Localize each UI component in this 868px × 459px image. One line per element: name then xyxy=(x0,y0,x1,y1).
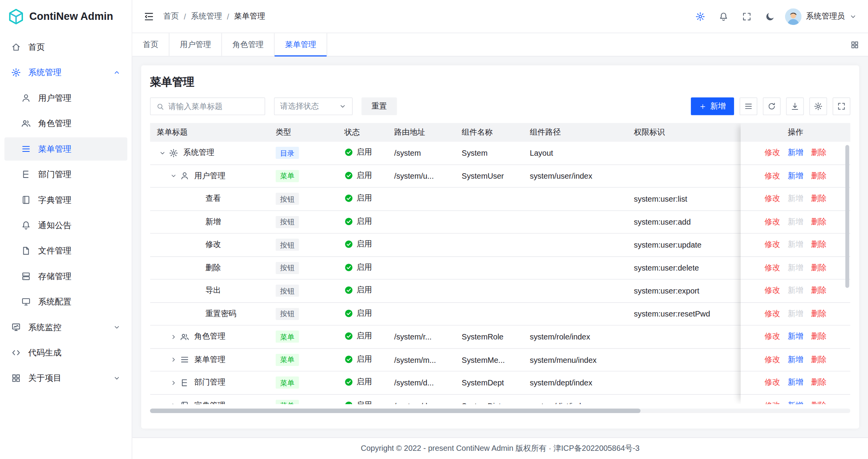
export-button[interactable] xyxy=(786,97,804,115)
chevron-down-icon xyxy=(849,12,857,20)
breadcrumb-item[interactable]: 系统管理 xyxy=(191,11,222,21)
sidebar-item-system-monitor[interactable]: 系统监控 xyxy=(4,316,127,339)
edit-link[interactable]: 修改 xyxy=(764,355,780,365)
menu-title-cell: 删除 xyxy=(150,263,269,273)
caret-spacer xyxy=(181,218,191,226)
vertical-scrollbar[interactable] xyxy=(845,145,849,288)
search-input[interactable] xyxy=(168,102,259,111)
sidebar-item-menu-management[interactable]: 菜单管理 xyxy=(4,137,127,161)
dark-mode-button[interactable] xyxy=(761,7,779,26)
fullscreen-icon xyxy=(742,11,752,21)
table-cell: 按钮 xyxy=(269,285,338,297)
edit-link[interactable]: 修改 xyxy=(764,148,780,158)
expand-row-icon[interactable] xyxy=(170,402,180,404)
delete-link[interactable]: 删除 xyxy=(811,263,827,273)
status-select[interactable]: 请选择状态 xyxy=(274,97,353,115)
edit-link[interactable]: 修改 xyxy=(764,217,780,227)
add-link[interactable]: 新增 xyxy=(788,355,803,365)
edit-link[interactable]: 修改 xyxy=(764,309,780,319)
edit-link[interactable]: 修改 xyxy=(764,263,780,273)
theme-settings-button[interactable] xyxy=(691,7,710,26)
delete-link[interactable]: 删除 xyxy=(811,194,827,204)
tab-list-button[interactable] xyxy=(850,40,859,49)
table-row-actions: 修改新增删除 xyxy=(741,257,850,280)
tab-label: 首页 xyxy=(143,40,158,50)
delete-link[interactable]: 删除 xyxy=(811,217,827,227)
sidebar-item-notice-management[interactable]: 通知公告 xyxy=(4,214,127,237)
add-button[interactable]: 新增 xyxy=(691,97,734,115)
edit-link[interactable]: 修改 xyxy=(764,240,780,250)
status-label: 启用 xyxy=(357,239,372,250)
sidebar-item-code-generation[interactable]: 代码生成 xyxy=(4,341,127,364)
edit-link[interactable]: 修改 xyxy=(764,286,780,296)
status-label: 启用 xyxy=(357,354,372,364)
table-row-actions: 修改新增删除 xyxy=(741,325,850,348)
check-circle-icon xyxy=(344,263,353,272)
type-badge: 按钮 xyxy=(276,308,299,320)
add-link: 新增 xyxy=(788,194,803,204)
column-header: 类型 xyxy=(269,127,338,137)
reset-button[interactable]: 重置 xyxy=(361,97,397,115)
delete-link[interactable]: 删除 xyxy=(811,401,827,404)
app-title: ContiNew Admin xyxy=(29,11,113,23)
delete-link[interactable]: 删除 xyxy=(811,332,827,342)
delete-link[interactable]: 删除 xyxy=(811,286,827,296)
table-cell: 启用 xyxy=(338,148,387,158)
sidebar-collapse-button[interactable] xyxy=(143,11,154,22)
sidebar-item-home[interactable]: 首页 xyxy=(4,35,127,59)
row-icon-spacer xyxy=(191,194,205,204)
delete-link[interactable]: 删除 xyxy=(811,240,827,250)
sidebar-item-about-project[interactable]: 关于项目 xyxy=(4,366,127,390)
tab-role-management[interactable]: 角色管理 xyxy=(222,33,275,56)
sidebar-item-system-config[interactable]: 系统配置 xyxy=(4,290,127,313)
delete-link[interactable]: 删除 xyxy=(811,378,827,388)
add-button-label: 新增 xyxy=(710,101,726,111)
notifications-button[interactable] xyxy=(714,7,733,26)
edit-link[interactable]: 修改 xyxy=(764,171,780,181)
add-link[interactable]: 新增 xyxy=(788,332,803,342)
collapse-row-icon[interactable] xyxy=(159,149,169,157)
edit-link[interactable]: 修改 xyxy=(764,401,780,404)
edit-link[interactable]: 修改 xyxy=(764,194,780,204)
expand-row-icon[interactable] xyxy=(170,333,180,341)
refresh-button[interactable] xyxy=(763,97,780,115)
tab-menu-management[interactable]: 菜单管理 xyxy=(275,33,327,56)
sidebar-item-dept-management[interactable]: 部门管理 xyxy=(4,163,127,186)
add-link[interactable]: 新增 xyxy=(788,378,803,388)
edit-link[interactable]: 修改 xyxy=(764,332,780,342)
edit-link[interactable]: 修改 xyxy=(764,378,780,388)
add-link[interactable]: 新增 xyxy=(788,148,803,158)
logo[interactable]: ContiNew Admin xyxy=(0,0,132,33)
delete-link[interactable]: 删除 xyxy=(811,148,827,158)
sidebar-item-label: 角色管理 xyxy=(38,118,71,129)
table-cell: 启用 xyxy=(338,308,387,319)
add-link[interactable]: 新增 xyxy=(788,401,803,404)
delete-link[interactable]: 删除 xyxy=(811,309,827,319)
status-label: 启用 xyxy=(357,285,372,295)
tab-home[interactable]: 首页 xyxy=(132,33,169,56)
sidebar-item-file-management[interactable]: 文件管理 xyxy=(4,239,127,262)
user-menu[interactable]: 系统管理员 xyxy=(785,8,857,25)
sidebar-item-role-management[interactable]: 角色管理 xyxy=(4,112,127,135)
table-fullscreen-button[interactable] xyxy=(833,97,850,115)
expand-row-icon[interactable] xyxy=(170,379,180,387)
fullscreen-button[interactable] xyxy=(738,7,756,26)
column-settings-button[interactable] xyxy=(809,97,827,115)
collapse-row-icon[interactable] xyxy=(170,172,180,180)
status-enabled: 启用 xyxy=(344,377,372,387)
sidebar-item-user-management[interactable]: 用户管理 xyxy=(4,86,127,110)
list-view-button[interactable] xyxy=(739,97,757,115)
menu-title: 角色管理 xyxy=(194,332,225,342)
add-link[interactable]: 新增 xyxy=(788,171,803,181)
table-row-actions: 修改新增删除 xyxy=(741,142,850,165)
delete-link[interactable]: 删除 xyxy=(811,171,827,181)
sidebar-item-dict-management[interactable]: 字典管理 xyxy=(4,188,127,212)
breadcrumb-separator: / xyxy=(227,12,229,21)
sidebar-item-storage-management[interactable]: 存储管理 xyxy=(4,265,127,288)
sidebar-item-system-management[interactable]: 系统管理 xyxy=(4,61,127,84)
delete-link[interactable]: 删除 xyxy=(811,355,827,365)
tab-user-management[interactable]: 用户管理 xyxy=(169,33,222,56)
breadcrumb-item[interactable]: 首页 xyxy=(163,11,179,21)
expand-row-icon[interactable] xyxy=(170,356,180,364)
horizontal-scrollbar[interactable] xyxy=(150,409,640,413)
